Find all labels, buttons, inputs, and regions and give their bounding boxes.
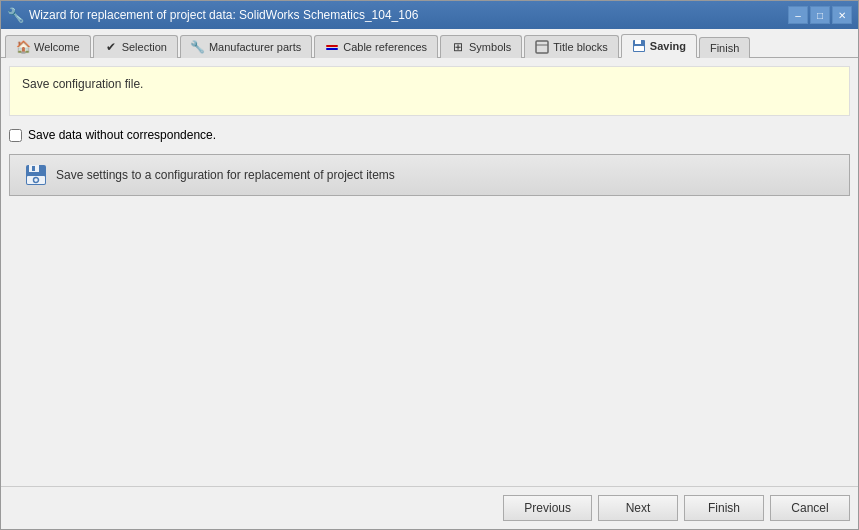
svg-rect-5 xyxy=(635,40,641,44)
tab-finish[interactable]: Finish xyxy=(699,37,750,58)
save-settings-label: Save settings to a configuration for rep… xyxy=(56,168,395,182)
tab-manufacturer-parts[interactable]: 🔧 Manufacturer parts xyxy=(180,35,312,58)
maximize-button[interactable]: □ xyxy=(810,6,830,24)
tab-welcome-label: Welcome xyxy=(34,41,80,53)
tab-welcome[interactable]: 🏠 Welcome xyxy=(5,35,91,58)
svg-rect-2 xyxy=(536,41,548,53)
content-area: Save configuration file. Save data witho… xyxy=(1,58,858,486)
checkbox-label[interactable]: Save data without correspondence. xyxy=(28,128,216,142)
save-without-correspondence-checkbox[interactable] xyxy=(9,129,22,142)
tab-symbols[interactable]: ⊞ Symbols xyxy=(440,35,522,58)
tab-saving[interactable]: Saving xyxy=(621,34,697,58)
titlebar-left: 🔧 Wizard for replacement of project data… xyxy=(7,7,418,23)
finish-button[interactable]: Finish xyxy=(684,495,764,521)
previous-button[interactable]: Previous xyxy=(503,495,592,521)
main-window: 🔧 Wizard for replacement of project data… xyxy=(0,0,859,530)
checkbox-row: Save data without correspondence. xyxy=(9,124,850,146)
tab-title-blocks[interactable]: Title blocks xyxy=(524,35,619,58)
tab-cable-references[interactable]: Cable references xyxy=(314,35,438,58)
titlebar-controls: – □ ✕ xyxy=(788,6,852,24)
info-text: Save configuration file. xyxy=(22,77,143,91)
window-title: Wizard for replacement of project data: … xyxy=(29,8,418,22)
save-icon xyxy=(24,163,48,187)
cancel-button[interactable]: Cancel xyxy=(770,495,850,521)
tab-selection[interactable]: ✔ Selection xyxy=(93,35,178,58)
minimize-button[interactable]: – xyxy=(788,6,808,24)
svg-rect-6 xyxy=(634,46,644,51)
welcome-icon: 🏠 xyxy=(16,40,30,54)
close-button[interactable]: ✕ xyxy=(832,6,852,24)
svg-rect-9 xyxy=(32,166,35,171)
symbols-icon: ⊞ xyxy=(451,40,465,54)
tab-saving-label: Saving xyxy=(650,40,686,52)
titleblocks-icon xyxy=(535,40,549,54)
info-panel: Save configuration file. xyxy=(9,66,850,116)
titlebar: 🔧 Wizard for replacement of project data… xyxy=(1,1,858,29)
tab-bar: 🏠 Welcome ✔ Selection 🔧 Manufacturer par… xyxy=(1,29,858,58)
tab-selection-label: Selection xyxy=(122,41,167,53)
tab-manufacturer-parts-label: Manufacturer parts xyxy=(209,41,301,53)
footer: Previous Next Finish Cancel xyxy=(1,486,858,529)
tab-title-blocks-label: Title blocks xyxy=(553,41,608,53)
app-icon: 🔧 xyxy=(7,7,23,23)
tab-cable-references-label: Cable references xyxy=(343,41,427,53)
tab-symbols-label: Symbols xyxy=(469,41,511,53)
next-button[interactable]: Next xyxy=(598,495,678,521)
svg-rect-1 xyxy=(326,48,338,50)
svg-rect-0 xyxy=(326,45,338,47)
save-settings-button[interactable]: Save settings to a configuration for rep… xyxy=(9,154,850,196)
wrench-icon: 🔧 xyxy=(191,40,205,54)
tab-finish-label: Finish xyxy=(710,42,739,54)
check-icon: ✔ xyxy=(104,40,118,54)
cable-icon xyxy=(325,40,339,54)
content-spacer xyxy=(9,204,850,478)
saving-icon xyxy=(632,39,646,53)
